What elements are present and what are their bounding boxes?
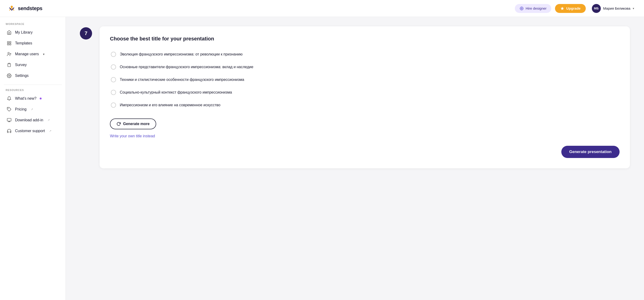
generate-presentation-container: Generate presentation xyxy=(110,146,620,158)
notification-dot xyxy=(40,98,42,99)
option-text-2: Основные представители французского импр… xyxy=(120,65,254,69)
sidebar-item-download-addin[interactable]: Download add-in ↗ xyxy=(4,115,62,125)
svg-marker-11 xyxy=(560,7,564,10)
sidebar-item-label: My Library xyxy=(15,30,33,35)
svg-point-20 xyxy=(9,75,10,76)
svg-rect-19 xyxy=(9,63,10,64)
sidebar-item-label: What's new? xyxy=(15,96,36,101)
hire-designer-icon xyxy=(520,6,524,11)
logo-icon xyxy=(8,4,16,13)
user-plus-icon xyxy=(6,52,12,57)
sidebar-item-customer-support[interactable]: Customer support ↗ xyxy=(4,126,62,136)
headset-icon xyxy=(6,128,12,134)
option-text-4: Социально-культурный контекст французско… xyxy=(120,90,232,95)
resources-section-label: RESOURCES xyxy=(4,89,62,92)
external-link-icon: ↗ xyxy=(49,129,52,133)
app-body: WORKSPACE My Library Templates xyxy=(0,0,644,300)
svg-rect-12 xyxy=(8,42,9,43)
clipboard-icon xyxy=(6,62,12,68)
sidebar-item-label: Download add-in xyxy=(15,118,43,122)
app-header: sendsteps Hire designer Upgrade МБ Мария… xyxy=(0,0,644,17)
svg-rect-15 xyxy=(8,44,9,45)
grid-icon xyxy=(6,41,12,46)
logo-text: sendsteps xyxy=(18,6,42,12)
upgrade-button[interactable]: Upgrade xyxy=(555,4,586,13)
logo[interactable]: sendsteps xyxy=(8,4,42,13)
svg-point-6 xyxy=(521,8,522,9)
option-text-3: Техники и стилистические особенности фра… xyxy=(120,78,244,82)
option-text-5: Импрессионизм и его влияние на современн… xyxy=(120,103,220,107)
radio-button-4[interactable] xyxy=(111,90,116,95)
radio-button-2[interactable] xyxy=(111,64,116,70)
user-menu[interactable]: МБ Мария Беликова ▾ xyxy=(590,3,636,14)
svg-rect-13 xyxy=(10,42,11,43)
sidebar-item-whats-new[interactable]: What's new? xyxy=(4,93,62,104)
step-number: 7 xyxy=(84,30,87,37)
sidebar-item-settings[interactable]: Settings xyxy=(4,71,62,81)
bell-icon xyxy=(6,96,12,101)
title-options-list: Эволюция французского импрессионизма: от… xyxy=(110,49,620,111)
user-name: Мария Беликова xyxy=(603,6,630,10)
write-own-title-link[interactable]: Write your own title instead xyxy=(110,134,155,138)
svg-rect-14 xyxy=(10,44,11,45)
hire-designer-button[interactable]: Hire designer xyxy=(515,4,551,13)
title-option-2[interactable]: Основные представители французского импр… xyxy=(110,61,620,73)
sidebar-divider xyxy=(4,85,62,85)
external-link-icon: ↗ xyxy=(31,108,33,111)
generate-presentation-button[interactable]: Generate presentation xyxy=(561,146,620,158)
upgrade-label: Upgrade xyxy=(566,6,580,10)
card-title: Choose the best title for your presentat… xyxy=(110,36,620,42)
workspace-section-label: WORKSPACE xyxy=(4,23,62,25)
radio-button-3[interactable] xyxy=(111,77,116,82)
sidebar-item-label: Manage users xyxy=(15,52,39,56)
svg-point-16 xyxy=(8,53,10,54)
sidebar-item-manage-users[interactable]: Manage users ▾ xyxy=(4,49,62,59)
option-text-1: Эволюция французского импрессионизма: от… xyxy=(120,52,242,57)
step-badge: 7 xyxy=(80,27,92,40)
svg-point-21 xyxy=(8,108,8,109)
svg-rect-22 xyxy=(7,119,11,121)
sidebar-item-my-library[interactable]: My Library xyxy=(4,27,62,38)
title-option-3[interactable]: Техники и стилистические особенности фра… xyxy=(110,74,620,86)
sidebar-item-label: Settings xyxy=(15,74,29,78)
generate-more-label: Generate more xyxy=(123,122,150,126)
sidebar-item-survey[interactable]: Survey xyxy=(4,60,62,70)
refresh-icon xyxy=(116,122,121,126)
chevron-icon: ▾ xyxy=(43,53,44,56)
title-option-4[interactable]: Социально-культурный контекст французско… xyxy=(110,87,620,98)
tag-icon xyxy=(6,107,12,112)
sidebar-item-label: Templates xyxy=(15,41,32,45)
upgrade-icon xyxy=(560,6,564,11)
sidebar-item-label: Customer support xyxy=(15,129,45,133)
chevron-down-icon: ▾ xyxy=(633,7,634,10)
external-link-icon: ↗ xyxy=(48,119,50,122)
sidebar-item-label: Survey xyxy=(15,63,27,67)
sidebar-item-pricing[interactable]: Pricing ↗ xyxy=(4,104,62,115)
title-option-5[interactable]: Импрессионизм и его влияние на современн… xyxy=(110,99,620,111)
sidebar-item-templates[interactable]: Templates xyxy=(4,38,62,49)
user-avatar: МБ xyxy=(592,4,601,13)
hire-designer-label: Hire designer xyxy=(526,6,546,10)
header-actions: Hire designer Upgrade МБ Мария Беликова … xyxy=(515,3,636,14)
generate-more-button[interactable]: Generate more xyxy=(110,119,156,129)
monitor-icon xyxy=(6,118,12,123)
gear-icon xyxy=(6,73,12,78)
radio-button-1[interactable] xyxy=(111,52,116,57)
home-icon xyxy=(6,30,12,35)
title-selection-card: Choose the best title for your presentat… xyxy=(100,26,630,168)
sidebar-item-label: Pricing xyxy=(15,107,26,111)
title-option-1[interactable]: Эволюция французского импрессионизма: от… xyxy=(110,49,620,60)
sidebar: WORKSPACE My Library Templates xyxy=(0,17,66,300)
main-content: 7 Choose the best title for your present… xyxy=(66,17,644,300)
radio-button-5[interactable] xyxy=(111,103,116,108)
